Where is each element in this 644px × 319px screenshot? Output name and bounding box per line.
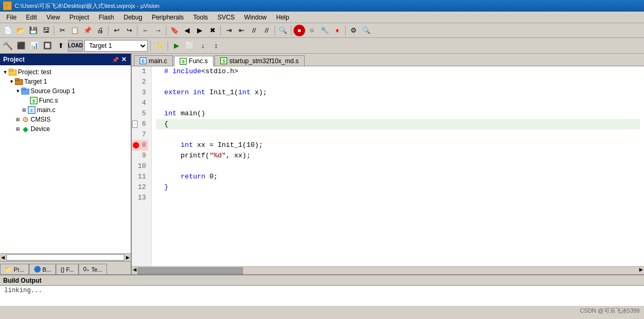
build-target-button[interactable]: ●	[294, 25, 305, 36]
editor-tab-funcs[interactable]: s Func.s	[174, 56, 213, 66]
tab-functions-icon: {}	[61, 266, 64, 273]
tree-item-device[interactable]: ⊞ ◆ Device	[0, 124, 131, 134]
project-dock-icon[interactable]: 📌	[112, 56, 119, 63]
build-icon-button[interactable]: 🔨	[2, 40, 14, 52]
tab-templates[interactable]: 0₊ Te...	[79, 264, 107, 274]
cut-button[interactable]: ✂	[56, 25, 68, 36]
unindent-button[interactable]: ⇤	[236, 25, 247, 36]
editor-scroll-right-icon[interactable]: ▶	[638, 267, 644, 274]
open-button[interactable]: 📂	[15, 25, 26, 36]
undo-button[interactable]: ↩	[111, 25, 122, 36]
editor-scroll-thumb[interactable]	[138, 267, 243, 274]
dbg-btn4[interactable]: ⬆	[55, 40, 66, 52]
tree-item-target1[interactable]: ▼ Target 1	[0, 77, 131, 86]
expand-source-group[interactable]: ▼	[15, 88, 21, 94]
expand-cmsis[interactable]: ⊞	[15, 116, 21, 123]
build-output: Build Output linking...	[0, 274, 644, 306]
menu-window[interactable]: Window	[240, 13, 271, 22]
code-content[interactable]: # include<stdio.h> extern int Init_1(int…	[152, 66, 644, 266]
expand-target1[interactable]: ▼	[8, 78, 15, 85]
editor-scrollbar: ◀ ▶	[132, 266, 644, 274]
dbg-step-button[interactable]: ↓	[197, 40, 209, 52]
menu-project[interactable]: Project	[65, 13, 93, 22]
nav-back-button[interactable]: ←	[140, 25, 151, 36]
line-num-7: 7	[132, 129, 148, 140]
line-num-9: 9	[132, 151, 148, 161]
expand-device[interactable]: ⊞	[15, 126, 21, 132]
line-num-2: 2	[132, 77, 148, 87]
editor-tab-startup[interactable]: s startup_stm32f10x_md.s	[214, 55, 304, 66]
new-file-button[interactable]: 📄	[2, 25, 14, 36]
tree-item-source-group[interactable]: ▼ Source Group 1	[0, 86, 131, 96]
indent-button[interactable]: ⇥	[223, 25, 235, 36]
project-close-icon[interactable]: ✕	[120, 56, 128, 63]
scroll-left-icon[interactable]: ◀	[0, 255, 6, 260]
editor-scroll-left-icon[interactable]: ◀	[132, 267, 138, 274]
tree-item-cmsis[interactable]: ⊞ ⚙ CMSIS	[0, 115, 131, 124]
menu-debug[interactable]: Debug	[120, 13, 147, 22]
dbg-run-button[interactable]: ▶	[171, 40, 182, 52]
cmsis-icon: ⚙	[21, 115, 30, 124]
print-button[interactable]: 🖨	[94, 25, 106, 36]
breakpoint-8-icon	[133, 142, 139, 148]
code-line-2	[156, 77, 640, 87]
dbg-btn1[interactable]: ⬛	[15, 40, 27, 52]
target-selector[interactable]: Target 1	[84, 40, 148, 52]
code-line-7	[156, 129, 640, 140]
project-panel-title: Project	[3, 56, 25, 63]
sep6	[275, 25, 275, 36]
comment-button[interactable]: //	[248, 25, 260, 36]
tab-project[interactable]: 📁 Pr...	[0, 264, 29, 274]
build-all-button[interactable]: ○	[306, 25, 318, 36]
line-num-13: 13	[132, 193, 148, 203]
dbg-btn2[interactable]: 📊	[28, 40, 40, 52]
magic-wand-button[interactable]: ✨	[153, 40, 165, 52]
editor-scroll-track[interactable]	[138, 267, 638, 274]
stop-build-button[interactable]: 🔧	[319, 25, 330, 36]
project-scroll-track[interactable]	[6, 254, 124, 261]
options-button[interactable]: ⚙	[348, 25, 359, 36]
menu-view[interactable]: View	[42, 13, 64, 22]
save-button[interactable]: 💾	[27, 25, 39, 36]
menu-flash[interactable]: Flash	[94, 13, 118, 22]
dbg-btn3[interactable]: 🔲	[42, 40, 53, 52]
menu-svcs[interactable]: SVCS	[213, 13, 239, 22]
tab-functions[interactable]: {} F...	[56, 264, 79, 274]
menu-file[interactable]: File	[2, 13, 21, 22]
bookmark-button[interactable]: 🔖	[169, 25, 180, 36]
mainc-tab-icon: c	[140, 57, 147, 64]
bookmark-prev-button[interactable]: ◀	[181, 25, 193, 36]
build-output-text: linking...	[4, 287, 42, 294]
expand-mainc[interactable]: ⊞	[21, 107, 27, 113]
tree-item-mainc[interactable]: ⊞ c main.c	[0, 105, 131, 115]
tree-item-project-root[interactable]: ▼ Project: test	[0, 67, 131, 77]
scroll-right-icon[interactable]: ▶	[125, 255, 131, 260]
nav-forward-button[interactable]: →	[152, 25, 164, 36]
menu-peripherals[interactable]: Peripherals	[148, 13, 188, 22]
bookmark-clear-button[interactable]: ✖	[207, 25, 218, 36]
sep8	[345, 25, 346, 36]
expand-project-root[interactable]: ▼	[2, 69, 8, 75]
tab-project-label: Pr...	[14, 266, 24, 273]
tree-label-device: Device	[31, 125, 50, 133]
editor-tab-mainc[interactable]: c main.c	[134, 55, 173, 66]
dbg-stop-btn[interactable]: ⬜	[184, 40, 196, 52]
redo-button[interactable]: ↪	[123, 25, 135, 36]
menu-edit[interactable]: Edit	[22, 13, 41, 22]
settings-button[interactable]: 🔍	[360, 25, 372, 36]
download-button[interactable]: ♦	[331, 25, 343, 36]
dbg-step-over-button[interactable]: ↕	[210, 40, 222, 52]
copy-button[interactable]: 📋	[69, 25, 81, 36]
paste-button[interactable]: 📌	[82, 25, 93, 36]
load-button[interactable]: LOAD	[68, 40, 83, 52]
menu-tools[interactable]: Tools	[189, 13, 212, 22]
save-all-button[interactable]: 🖫	[40, 25, 52, 36]
code-line-1: # include<stdio.h>	[156, 66, 640, 77]
find-button[interactable]: 🔍	[277, 25, 289, 36]
uncomment-button[interactable]: //	[261, 25, 272, 36]
menu-help[interactable]: Help	[272, 13, 294, 22]
tree-item-funcs[interactable]: s Func.s	[0, 96, 131, 105]
collapse-btn-6[interactable]: -	[132, 121, 138, 128]
tab-books[interactable]: 🔵 B...	[29, 264, 56, 274]
bookmark-next-button[interactable]: ▶	[194, 25, 206, 36]
